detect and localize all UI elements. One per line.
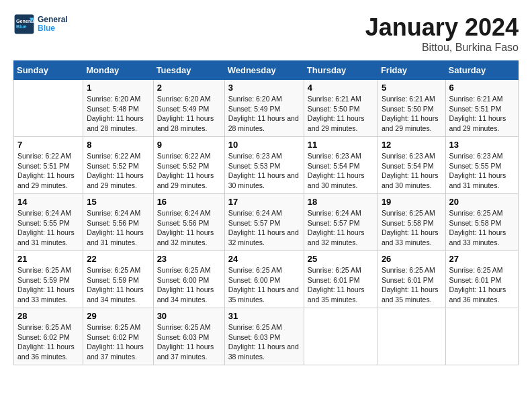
day-number: 21 (17, 254, 79, 264)
day-number: 9 (157, 140, 221, 150)
day-info: Sunrise: 6:20 AM Sunset: 5:49 PM Dayligh… (228, 94, 300, 134)
column-header-wednesday: Wednesday (224, 61, 304, 80)
day-cell: 15 Sunrise: 6:24 AM Sunset: 5:56 PM Dayl… (83, 194, 153, 251)
column-header-saturday: Saturday (445, 61, 518, 80)
week-row-4: 21 Sunrise: 6:25 AM Sunset: 5:59 PM Dayl… (14, 251, 519, 308)
day-cell: 1 Sunrise: 6:20 AM Sunset: 5:48 PM Dayli… (83, 80, 153, 137)
day-number: 6 (449, 83, 515, 93)
day-number: 17 (228, 197, 300, 207)
day-info: Sunrise: 6:24 AM Sunset: 5:56 PM Dayligh… (87, 208, 149, 248)
day-cell: 14 Sunrise: 6:24 AM Sunset: 5:55 PM Dayl… (14, 194, 83, 251)
day-cell: 21 Sunrise: 6:25 AM Sunset: 5:59 PM Dayl… (14, 251, 83, 308)
day-number: 4 (308, 83, 374, 93)
day-cell: 17 Sunrise: 6:24 AM Sunset: 5:57 PM Dayl… (224, 194, 304, 251)
day-info: Sunrise: 6:24 AM Sunset: 5:55 PM Dayligh… (17, 208, 79, 248)
day-info: Sunrise: 6:21 AM Sunset: 5:51 PM Dayligh… (449, 94, 515, 134)
day-number: 25 (308, 254, 374, 264)
logo-icon: General Blue (13, 13, 35, 35)
day-cell: 27 Sunrise: 6:25 AM Sunset: 6:01 PM Dayl… (445, 251, 518, 308)
day-info: Sunrise: 6:25 AM Sunset: 6:01 PM Dayligh… (308, 265, 374, 305)
day-cell: 18 Sunrise: 6:24 AM Sunset: 5:57 PM Dayl… (304, 194, 378, 251)
day-number: 27 (449, 254, 515, 264)
svg-text:Blue: Blue (16, 24, 27, 30)
day-cell: 6 Sunrise: 6:21 AM Sunset: 5:51 PM Dayli… (445, 80, 518, 137)
day-number: 20 (449, 197, 515, 207)
day-cell: 7 Sunrise: 6:22 AM Sunset: 5:51 PM Dayli… (14, 137, 83, 194)
day-info: Sunrise: 6:25 AM Sunset: 6:00 PM Dayligh… (157, 265, 221, 305)
day-cell: 9 Sunrise: 6:22 AM Sunset: 5:52 PM Dayli… (153, 137, 224, 194)
day-cell: 28 Sunrise: 6:25 AM Sunset: 6:02 PM Dayl… (14, 308, 83, 365)
day-info: Sunrise: 6:25 AM Sunset: 6:03 PM Dayligh… (157, 322, 221, 362)
day-number: 8 (87, 140, 149, 150)
day-info: Sunrise: 6:23 AM Sunset: 5:54 PM Dayligh… (382, 151, 442, 191)
day-cell (445, 308, 518, 365)
day-cell: 3 Sunrise: 6:20 AM Sunset: 5:49 PM Dayli… (224, 80, 304, 137)
day-number: 10 (228, 140, 300, 150)
column-header-tuesday: Tuesday (153, 61, 224, 80)
title-block: January 2024 Bittou, Burkina Faso (365, 13, 519, 54)
day-cell: 30 Sunrise: 6:25 AM Sunset: 6:03 PM Dayl… (153, 308, 224, 365)
day-cell: 11 Sunrise: 6:23 AM Sunset: 5:54 PM Dayl… (304, 137, 378, 194)
day-number: 1 (87, 83, 149, 93)
day-cell: 20 Sunrise: 6:25 AM Sunset: 5:58 PM Dayl… (445, 194, 518, 251)
day-cell: 2 Sunrise: 6:20 AM Sunset: 5:49 PM Dayli… (153, 80, 224, 137)
day-info: Sunrise: 6:24 AM Sunset: 5:57 PM Dayligh… (308, 208, 374, 248)
logo-text: General Blue (38, 15, 68, 33)
day-cell: 10 Sunrise: 6:23 AM Sunset: 5:53 PM Dayl… (224, 137, 304, 194)
logo: General Blue General Blue (13, 13, 68, 35)
calendar-body: 1 Sunrise: 6:20 AM Sunset: 5:48 PM Dayli… (14, 80, 519, 365)
day-info: Sunrise: 6:24 AM Sunset: 5:56 PM Dayligh… (157, 208, 221, 248)
day-number: 3 (228, 83, 300, 93)
week-row-2: 7 Sunrise: 6:22 AM Sunset: 5:51 PM Dayli… (14, 137, 519, 194)
page-title: January 2024 (365, 13, 519, 42)
day-cell: 13 Sunrise: 6:23 AM Sunset: 5:55 PM Dayl… (445, 137, 518, 194)
day-number: 18 (308, 197, 374, 207)
day-cell: 16 Sunrise: 6:24 AM Sunset: 5:56 PM Dayl… (153, 194, 224, 251)
day-number: 7 (17, 140, 79, 150)
day-info: Sunrise: 6:21 AM Sunset: 5:50 PM Dayligh… (382, 94, 442, 134)
week-row-3: 14 Sunrise: 6:24 AM Sunset: 5:55 PM Dayl… (14, 194, 519, 251)
day-number: 5 (382, 83, 442, 93)
day-cell: 25 Sunrise: 6:25 AM Sunset: 6:01 PM Dayl… (304, 251, 378, 308)
day-cell: 24 Sunrise: 6:25 AM Sunset: 6:00 PM Dayl… (224, 251, 304, 308)
day-info: Sunrise: 6:25 AM Sunset: 6:01 PM Dayligh… (449, 265, 515, 305)
page-subtitle: Bittou, Burkina Faso (365, 42, 519, 54)
day-cell: 23 Sunrise: 6:25 AM Sunset: 6:00 PM Dayl… (153, 251, 224, 308)
day-number: 11 (308, 140, 374, 150)
day-number: 26 (382, 254, 442, 264)
day-cell: 19 Sunrise: 6:25 AM Sunset: 5:58 PM Dayl… (378, 194, 445, 251)
day-number: 14 (17, 197, 79, 207)
day-info: Sunrise: 6:22 AM Sunset: 5:52 PM Dayligh… (87, 151, 149, 191)
day-info: Sunrise: 6:25 AM Sunset: 5:58 PM Dayligh… (449, 208, 515, 248)
day-number: 22 (87, 254, 149, 264)
day-number: 24 (228, 254, 300, 264)
day-info: Sunrise: 6:22 AM Sunset: 5:52 PM Dayligh… (157, 151, 221, 191)
day-cell (304, 308, 378, 365)
day-info: Sunrise: 6:20 AM Sunset: 5:48 PM Dayligh… (87, 94, 149, 134)
day-cell: 5 Sunrise: 6:21 AM Sunset: 5:50 PM Dayli… (378, 80, 445, 137)
day-info: Sunrise: 6:25 AM Sunset: 6:00 PM Dayligh… (228, 265, 300, 305)
day-info: Sunrise: 6:25 AM Sunset: 5:58 PM Dayligh… (382, 208, 442, 248)
calendar-header-row: SundayMondayTuesdayWednesdayThursdayFrid… (14, 61, 519, 80)
day-number: 28 (17, 311, 79, 321)
day-number: 30 (157, 311, 221, 321)
day-info: Sunrise: 6:25 AM Sunset: 5:59 PM Dayligh… (87, 265, 149, 305)
day-info: Sunrise: 6:23 AM Sunset: 5:55 PM Dayligh… (449, 151, 515, 191)
day-info: Sunrise: 6:25 AM Sunset: 6:02 PM Dayligh… (17, 322, 79, 362)
day-info: Sunrise: 6:25 AM Sunset: 6:01 PM Dayligh… (382, 265, 442, 305)
day-info: Sunrise: 6:25 AM Sunset: 6:02 PM Dayligh… (87, 322, 149, 362)
day-number: 2 (157, 83, 221, 93)
calendar-table: SundayMondayTuesdayWednesdayThursdayFrid… (13, 60, 519, 365)
column-header-sunday: Sunday (14, 61, 83, 80)
day-info: Sunrise: 6:21 AM Sunset: 5:50 PM Dayligh… (308, 94, 374, 134)
day-cell (14, 80, 83, 137)
day-info: Sunrise: 6:23 AM Sunset: 5:53 PM Dayligh… (228, 151, 300, 191)
day-info: Sunrise: 6:20 AM Sunset: 5:49 PM Dayligh… (157, 94, 221, 134)
day-cell: 26 Sunrise: 6:25 AM Sunset: 6:01 PM Dayl… (378, 251, 445, 308)
day-cell: 22 Sunrise: 6:25 AM Sunset: 5:59 PM Dayl… (83, 251, 153, 308)
week-row-1: 1 Sunrise: 6:20 AM Sunset: 5:48 PM Dayli… (14, 80, 519, 137)
day-number: 19 (382, 197, 442, 207)
day-info: Sunrise: 6:22 AM Sunset: 5:51 PM Dayligh… (17, 151, 79, 191)
day-info: Sunrise: 6:24 AM Sunset: 5:57 PM Dayligh… (228, 208, 300, 248)
day-number: 31 (228, 311, 300, 321)
